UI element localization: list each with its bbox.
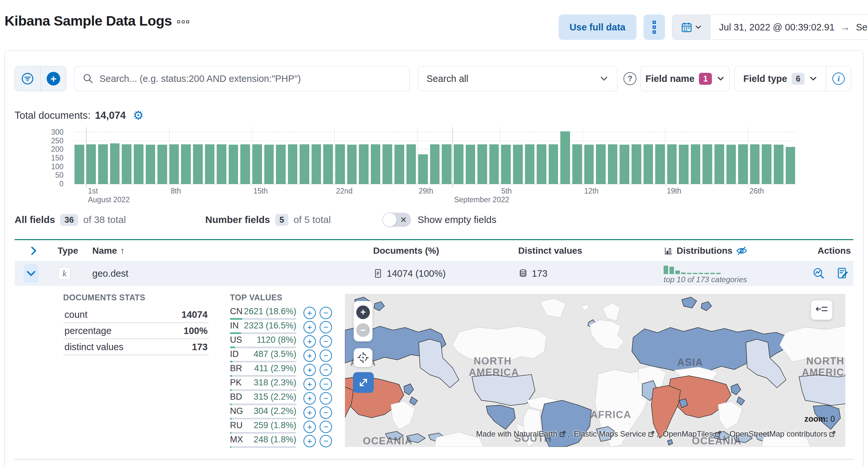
histogram-bar[interactable] xyxy=(762,144,772,184)
help-icon[interactable]: ? xyxy=(623,72,637,85)
histogram-bar[interactable] xyxy=(359,144,369,184)
histogram-bar[interactable] xyxy=(477,144,487,184)
histogram-bar[interactable] xyxy=(335,144,345,184)
filter-for-value-button[interactable]: + xyxy=(304,350,316,362)
map-attribution-link[interactable]: OpenStreetMap contributors xyxy=(730,429,828,438)
filter-out-value-button[interactable]: − xyxy=(320,350,332,362)
date-range-end[interactable]: Sep xyxy=(856,22,868,33)
country-united-states[interactable] xyxy=(472,374,535,405)
field-name-filter-button[interactable]: Field name 1 xyxy=(641,66,730,91)
histogram-bar[interactable] xyxy=(146,145,155,184)
filter-for-value-button[interactable]: + xyxy=(304,406,316,419)
country-mexico[interactable] xyxy=(486,405,515,429)
map-zoom-out-button[interactable]: − xyxy=(356,323,370,337)
histogram-bar[interactable] xyxy=(549,144,558,184)
histogram-bar[interactable] xyxy=(501,145,511,184)
histogram-bar[interactable] xyxy=(489,144,499,184)
field-type-filter-button[interactable]: Field type 6 xyxy=(735,66,826,91)
histogram-bar[interactable] xyxy=(181,144,191,184)
search-input[interactable] xyxy=(99,73,402,84)
histogram-bar[interactable] xyxy=(110,143,120,184)
histogram-bar[interactable] xyxy=(134,144,144,184)
map-attribution-link[interactable]: Elastic Maps Service xyxy=(574,429,646,438)
arctic-islands-east[interactable] xyxy=(682,297,712,311)
histogram-bar[interactable] xyxy=(323,144,333,184)
islands-korea-japan[interactable] xyxy=(404,384,417,405)
island-sri-lanka[interactable] xyxy=(668,439,673,445)
landmass-indochina-east[interactable] xyxy=(718,401,742,430)
histogram-bar[interactable] xyxy=(288,144,298,184)
date-picker-calendar-button[interactable] xyxy=(672,15,711,39)
histogram-bar[interactable] xyxy=(371,144,380,184)
eye-slash-icon[interactable] xyxy=(736,246,747,256)
collapse-row-button[interactable] xyxy=(24,264,38,283)
date-range[interactable]: Jul 31, 2022 @ 00:39:02.91 → Sep xyxy=(711,15,868,39)
histogram-bar[interactable] xyxy=(620,145,629,184)
histogram-bar[interactable] xyxy=(98,144,108,184)
add-filter-button[interactable]: + xyxy=(41,66,66,91)
edit-field-button[interactable] xyxy=(837,267,849,279)
histogram-bar[interactable] xyxy=(87,144,96,184)
filter-for-value-button[interactable]: + xyxy=(304,364,316,376)
region-alaska[interactable] xyxy=(419,339,459,388)
histogram-bar[interactable] xyxy=(300,144,309,184)
filter-for-value-button[interactable]: + xyxy=(304,335,316,347)
histogram-bar[interactable] xyxy=(276,145,286,184)
filter-out-value-button[interactable]: − xyxy=(320,435,332,447)
histogram-bar[interactable] xyxy=(525,144,535,184)
filter-out-value-button[interactable]: − xyxy=(320,364,332,376)
ellipsis-menu-icon[interactable] xyxy=(177,21,189,23)
info-button[interactable]: i xyxy=(826,66,851,91)
use-full-data-button[interactable]: Use full data xyxy=(559,14,637,40)
histogram-bar[interactable] xyxy=(786,147,796,184)
show-empty-fields-toggle[interactable]: ✕ xyxy=(382,212,411,227)
histogram-bar[interactable] xyxy=(608,144,618,184)
histogram-bar[interactable] xyxy=(726,145,736,184)
filter-out-value-button[interactable]: − xyxy=(320,421,332,433)
histogram-bar[interactable] xyxy=(572,144,582,184)
histogram-bar[interactable] xyxy=(679,145,688,184)
map-zoom-in-button[interactable]: + xyxy=(356,305,370,319)
histogram-bar[interactable] xyxy=(560,131,570,184)
table-row-geo-dest[interactable]: k geo.dest 14074 (100%) xyxy=(14,261,854,286)
column-header-type[interactable]: Type xyxy=(49,245,88,256)
landmass-scandinavia[interactable] xyxy=(603,303,620,321)
islands-korea-japan-east[interactable] xyxy=(731,384,745,405)
kebab-menu-button[interactable] xyxy=(644,14,665,40)
histogram-bar[interactable] xyxy=(406,144,416,184)
map-legend-toggle-button[interactable] xyxy=(811,300,832,320)
histogram-bar[interactable] xyxy=(74,145,84,184)
histogram-bar[interactable] xyxy=(714,144,724,184)
field-name-cell[interactable]: geo.dest xyxy=(88,268,368,279)
histogram-bar[interactable] xyxy=(513,145,523,184)
histogram-bar[interactable] xyxy=(655,144,665,184)
histogram-bar[interactable] xyxy=(229,145,238,184)
landmass-indochina[interactable] xyxy=(391,401,415,430)
histogram-bar[interactable] xyxy=(750,144,760,184)
filter-for-value-button[interactable]: + xyxy=(304,421,316,433)
histogram-bar[interactable] xyxy=(442,144,452,184)
histogram-bar[interactable] xyxy=(703,144,712,184)
histogram-bar[interactable] xyxy=(418,154,428,184)
filter-out-value-button[interactable]: − xyxy=(320,406,332,419)
country-united-states-far[interactable] xyxy=(799,374,845,405)
histogram-bar[interactable] xyxy=(240,144,250,184)
histogram-bar[interactable] xyxy=(347,145,357,184)
landmass-iceland[interactable] xyxy=(581,304,589,311)
filter-out-value-button[interactable]: − xyxy=(320,335,332,347)
histogram-bar[interactable] xyxy=(466,145,475,184)
filter-for-value-button[interactable]: + xyxy=(304,307,316,319)
histogram-bar[interactable] xyxy=(312,144,321,184)
map-expand-button[interactable] xyxy=(353,372,374,393)
histogram-bar[interactable] xyxy=(738,144,748,184)
histogram-bar[interactable] xyxy=(644,144,653,184)
filter-out-value-button[interactable]: − xyxy=(320,392,332,404)
filter-out-value-button[interactable]: − xyxy=(320,307,332,319)
histogram-bar[interactable] xyxy=(382,144,392,184)
histogram-bar[interactable] xyxy=(264,145,274,184)
histogram-bar[interactable] xyxy=(395,145,404,184)
chevron-right-icon[interactable] xyxy=(29,246,38,256)
map-fit-to-data-button[interactable] xyxy=(354,348,372,367)
column-header-name[interactable]: Name ↑ xyxy=(88,245,368,256)
map-attribution-link[interactable]: OpenMapTiles xyxy=(663,429,713,438)
